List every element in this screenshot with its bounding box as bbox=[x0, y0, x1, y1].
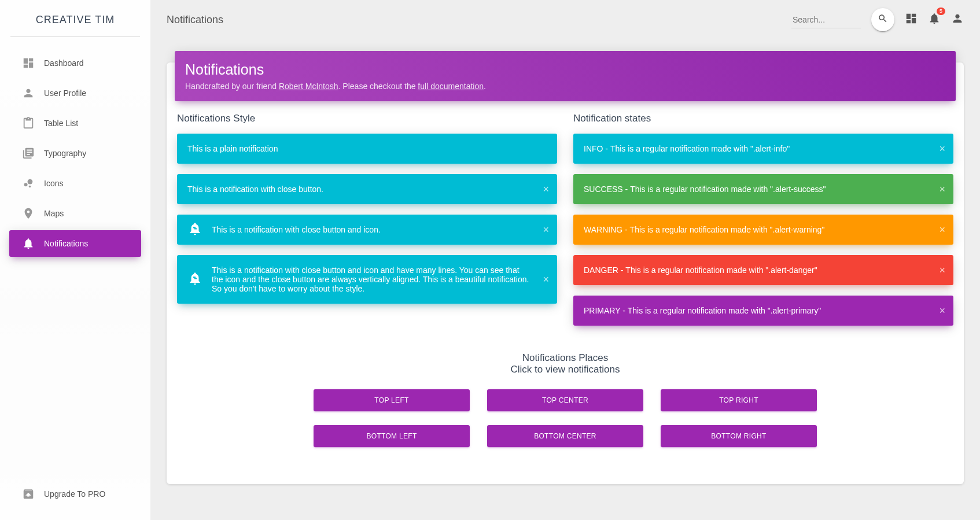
sidebar-item-label: Table List bbox=[44, 119, 78, 128]
notification-states-column: Notification states INFO - This is a reg… bbox=[573, 113, 953, 336]
alert-text: WARNING - This is a regular notification… bbox=[584, 225, 824, 234]
sidebar-nav: Dashboard User Profile Table List Typogr… bbox=[0, 37, 150, 270]
notifications-badge: 5 bbox=[937, 8, 945, 15]
sidebar-item-label: Icons bbox=[44, 179, 63, 188]
close-icon[interactable]: × bbox=[543, 224, 549, 235]
notification-places: Notifications Places Click to view notif… bbox=[175, 336, 956, 447]
sidebar-item-user-profile[interactable]: User Profile bbox=[9, 80, 141, 106]
section-title: Notification states bbox=[573, 113, 953, 124]
bottom-left-button[interactable]: Bottom Left bbox=[314, 425, 470, 447]
alert-text: DANGER - This is a regular notification … bbox=[584, 265, 817, 275]
top-right-button[interactable]: Top Right bbox=[661, 389, 817, 411]
close-icon[interactable]: × bbox=[939, 224, 945, 235]
sidebar-bottom: Upgrade To PRO bbox=[0, 477, 150, 511]
close-icon[interactable]: × bbox=[543, 274, 549, 285]
sidebar-item-typography[interactable]: Typography bbox=[9, 140, 141, 167]
sidebar-item-label: Typography bbox=[44, 149, 86, 158]
dashboard-link-icon[interactable] bbox=[905, 12, 918, 27]
location-on-icon bbox=[20, 207, 37, 220]
alert-text: SUCCESS - This is a regular notification… bbox=[584, 185, 826, 194]
close-icon[interactable]: × bbox=[939, 265, 945, 275]
alert-with-icon: This is a notification with close button… bbox=[177, 215, 557, 245]
notifications-icon bbox=[20, 237, 37, 250]
alert-with-close: This is a notification with close button… bbox=[177, 174, 557, 204]
brand-title[interactable]: CREATIVE TIM bbox=[0, 0, 150, 36]
alert-danger-state: DANGER - This is a regular notification … bbox=[573, 255, 953, 285]
alert-text: This is a notification with close button… bbox=[212, 225, 532, 234]
alert-text: This is a notification with close button… bbox=[187, 185, 323, 194]
notifications-style-column: Notifications Style This is a plain noti… bbox=[177, 113, 557, 336]
sidebar-item-label: Dashboard bbox=[44, 58, 84, 68]
svg-point-0 bbox=[24, 183, 28, 186]
person-icon bbox=[20, 87, 37, 99]
top-left-button[interactable]: Top Left bbox=[314, 389, 470, 411]
search-icon bbox=[878, 13, 888, 26]
bottom-right-button[interactable]: Bottom Right bbox=[661, 425, 817, 447]
places-title: Notifications Places bbox=[175, 352, 956, 364]
alert-text: INFO - This is a regular notification ma… bbox=[584, 144, 790, 153]
alert-text: This is a notification with close button… bbox=[212, 265, 532, 293]
notifications-menu-icon[interactable]: 5 bbox=[928, 12, 941, 27]
topbar: Notifications 5 bbox=[157, 0, 973, 39]
svg-point-2 bbox=[28, 179, 33, 185]
notifications-card: Notifications Handcrafted by our friend … bbox=[167, 62, 964, 484]
top-center-button[interactable]: Top Center bbox=[487, 389, 643, 411]
alert-text: This is a plain notification bbox=[187, 144, 278, 153]
alert-warning-state: WARNING - This is a regular notification… bbox=[573, 215, 953, 245]
sidebar-item-label: User Profile bbox=[44, 88, 86, 98]
card-title: Notifications bbox=[185, 61, 945, 78]
sidebar-item-table-list[interactable]: Table List bbox=[9, 110, 141, 137]
sidebar-item-label: Upgrade To PRO bbox=[44, 489, 105, 499]
topbar-right: 5 bbox=[791, 8, 964, 31]
sidebar-item-label: Maps bbox=[44, 209, 64, 218]
close-icon[interactable]: × bbox=[939, 184, 945, 194]
search-button[interactable] bbox=[871, 8, 894, 31]
search-input[interactable] bbox=[791, 12, 861, 28]
alert-with-icon-long: This is a notification with close button… bbox=[177, 255, 557, 304]
sidebar-item-label: Notifications bbox=[44, 239, 88, 248]
author-link[interactable]: Robert McIntosh bbox=[279, 82, 338, 91]
sidebar-item-icons[interactable]: Icons bbox=[9, 170, 141, 197]
bottom-center-button[interactable]: Bottom Center bbox=[487, 425, 643, 447]
sidebar-item-maps[interactable]: Maps bbox=[9, 200, 141, 227]
library-books-icon bbox=[20, 147, 37, 160]
unarchive-icon bbox=[20, 488, 37, 500]
page-title: Notifications bbox=[167, 14, 223, 26]
sidebar-item-notifications[interactable]: Notifications bbox=[9, 230, 141, 257]
card-header: Notifications Handcrafted by our friend … bbox=[175, 51, 956, 101]
sidebar: CREATIVE TIM Dashboard User Profile Tabl… bbox=[0, 0, 150, 520]
content-paste-icon bbox=[20, 117, 37, 130]
close-icon[interactable]: × bbox=[543, 184, 549, 194]
add-alert-icon bbox=[187, 222, 202, 238]
close-icon[interactable]: × bbox=[939, 305, 945, 316]
dashboard-icon bbox=[20, 57, 37, 69]
bubble-chart-icon bbox=[20, 177, 37, 190]
alert-plain: This is a plain notification bbox=[177, 134, 557, 164]
alert-primary-state: PRIMARY - This is a regular notification… bbox=[573, 296, 953, 326]
card-subtitle: Handcrafted by our friend Robert McIntos… bbox=[185, 82, 945, 91]
places-subtitle: Click to view notifications bbox=[175, 364, 956, 375]
svg-point-1 bbox=[29, 186, 31, 188]
sidebar-item-upgrade[interactable]: Upgrade To PRO bbox=[9, 481, 141, 507]
alert-text: PRIMARY - This is a regular notification… bbox=[584, 306, 821, 315]
sidebar-item-dashboard[interactable]: Dashboard bbox=[9, 50, 141, 76]
documentation-link[interactable]: full documentation bbox=[418, 82, 484, 91]
alert-success-state: SUCCESS - This is a regular notification… bbox=[573, 174, 953, 204]
add-alert-icon bbox=[187, 271, 202, 288]
account-icon[interactable] bbox=[951, 12, 964, 27]
main: Notifications 5 bbox=[150, 0, 980, 520]
section-title: Notifications Style bbox=[177, 113, 557, 124]
alert-info-state: INFO - This is a regular notification ma… bbox=[573, 134, 953, 164]
close-icon[interactable]: × bbox=[939, 143, 945, 154]
